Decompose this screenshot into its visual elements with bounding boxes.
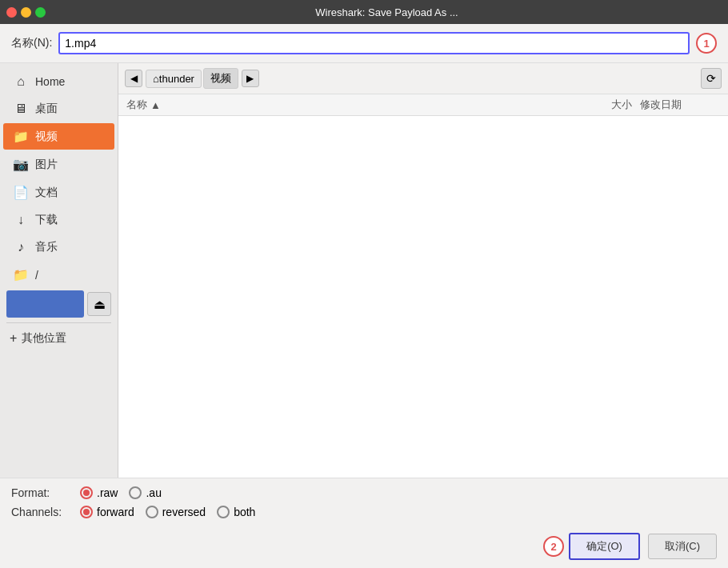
- sidebar-item-music[interactable]: ♪ 音乐: [3, 234, 114, 260]
- confirm-button[interactable]: 确定(O): [569, 533, 640, 560]
- usb-row: ⏏: [3, 290, 114, 318]
- sidebar-item-label: 桌面: [35, 102, 58, 116]
- breadcrumb-current[interactable]: 视频: [203, 68, 238, 89]
- filename-row: 名称(N): 1: [0, 24, 728, 63]
- format-raw-label: .raw: [97, 486, 118, 499]
- back-icon: ◀: [130, 73, 138, 84]
- sidebar-item-other[interactable]: + 其他位置: [0, 326, 118, 350]
- path-bar: ◀ ⌂thunder 视频 ▶ ⟳: [118, 63, 728, 94]
- eject-icon: ⏏: [94, 297, 106, 312]
- breadcrumb: ⌂thunder 视频: [146, 68, 238, 89]
- format-row: Format: .raw .au: [11, 486, 717, 499]
- back-button[interactable]: ◀: [125, 70, 142, 87]
- titlebar: Wireshark: Save Payload As ...: [0, 0, 728, 24]
- forward-button[interactable]: ▶: [242, 70, 259, 87]
- close-button[interactable]: [6, 7, 17, 18]
- forward-icon: ▶: [246, 73, 254, 84]
- format-au-radio[interactable]: [129, 486, 142, 499]
- root-icon: 📁: [13, 267, 29, 282]
- channel-forward-radio[interactable]: [80, 506, 93, 518]
- format-au-label: .au: [146, 486, 161, 499]
- sidebar-item-label: Home: [35, 75, 65, 88]
- sidebar-item-label: /: [35, 269, 38, 282]
- sidebar-divider: [6, 322, 111, 323]
- eject-button[interactable]: ⏏: [87, 292, 111, 316]
- sidebar-item-root[interactable]: 📁 /: [3, 262, 114, 288]
- music-icon: ♪: [13, 240, 29, 254]
- usb-device[interactable]: [6, 290, 84, 318]
- breadcrumb-home[interactable]: ⌂thunder: [146, 70, 202, 88]
- refresh-button[interactable]: ⟳: [701, 68, 722, 89]
- channels-row: Channels: forward reversed both: [11, 506, 717, 518]
- channel-both-radio[interactable]: [217, 506, 230, 518]
- file-browser: ◀ ⌂thunder 视频 ▶ ⟳ 名称: [118, 63, 728, 478]
- file-list: [118, 116, 728, 478]
- format-radio-group: .raw .au: [80, 486, 162, 499]
- bottom-bar: Format: .raw .au Channels: forward: [0, 478, 728, 526]
- channel-both[interactable]: both: [217, 506, 255, 518]
- home-crumb-icon: ⌂: [153, 73, 159, 85]
- file-list-header: 名称 ▲ 大小 修改日期: [118, 94, 728, 116]
- sidebar-item-documents[interactable]: 📄 文档: [3, 179, 114, 206]
- col-date-label: 修改日期: [640, 98, 682, 110]
- col-size-label: 大小: [611, 98, 632, 110]
- step-2-badge: 2: [543, 536, 564, 557]
- folder-icon: 📁: [13, 129, 29, 144]
- format-label: Format:: [11, 486, 67, 499]
- channel-reversed[interactable]: reversed: [146, 506, 206, 518]
- add-icon: +: [10, 331, 17, 346]
- channels-label: Channels:: [11, 506, 67, 518]
- camera-icon: 📷: [13, 157, 29, 172]
- sidebar-item-label: 下载: [35, 213, 58, 227]
- sidebar-item-desktop[interactable]: 🖥 桌面: [3, 96, 114, 122]
- format-raw[interactable]: .raw: [80, 486, 118, 499]
- confirm-wrapper: 2 确定(O): [543, 533, 640, 560]
- channel-reversed-label: reversed: [162, 506, 206, 518]
- sidebar-item-pictures[interactable]: 📷 图片: [3, 151, 114, 178]
- document-icon: 📄: [13, 185, 29, 200]
- format-raw-radio[interactable]: [80, 486, 93, 499]
- channel-reversed-radio[interactable]: [146, 506, 158, 518]
- content-area: ⌂ Home 🖥 桌面 📁 视频 📷 图片 📄 文档 ↓ 下载: [0, 63, 728, 478]
- action-row: 2 确定(O) 取消(C): [0, 526, 728, 568]
- desktop-icon: 🖥: [13, 102, 29, 116]
- sidebar-item-label: 图片: [35, 158, 58, 172]
- cancel-button[interactable]: 取消(C): [648, 534, 717, 559]
- channels-radio-group: forward reversed both: [80, 506, 255, 518]
- other-places-label: 其他位置: [22, 331, 66, 346]
- sidebar-item-label: 视频: [35, 130, 58, 144]
- sidebar-item-label: 文档: [35, 186, 58, 200]
- titlebar-buttons: [6, 7, 46, 18]
- sidebar-item-downloads[interactable]: ↓ 下载: [3, 207, 114, 233]
- channel-both-label: both: [234, 506, 255, 518]
- format-au[interactable]: .au: [129, 486, 161, 499]
- maximize-button[interactable]: [35, 7, 46, 18]
- minimize-button[interactable]: [21, 7, 31, 18]
- filename-label: 名称(N):: [11, 36, 52, 50]
- sort-icon: ▲: [150, 99, 161, 111]
- sidebar-item-home[interactable]: ⌂ Home: [3, 69, 114, 94]
- sidebar: ⌂ Home 🖥 桌面 📁 视频 📷 图片 📄 文档 ↓ 下载: [0, 63, 118, 478]
- sidebar-item-videos[interactable]: 📁 视频: [3, 123, 114, 150]
- filename-input[interactable]: [58, 32, 690, 54]
- channel-forward-label: forward: [97, 506, 134, 518]
- channel-forward[interactable]: forward: [80, 506, 134, 518]
- col-size-header[interactable]: 大小: [576, 98, 640, 112]
- col-date-header[interactable]: 修改日期: [640, 98, 720, 112]
- download-icon: ↓: [13, 213, 29, 227]
- col-name-header[interactable]: 名称 ▲: [126, 98, 576, 112]
- sidebar-item-label: 音乐: [35, 240, 58, 254]
- refresh-icon: ⟳: [706, 72, 716, 85]
- home-icon: ⌂: [13, 74, 29, 89]
- step-1-badge: 1: [696, 33, 717, 54]
- col-name-label: 名称: [126, 98, 147, 112]
- window-title: Wireshark: Save Payload As ...: [52, 6, 722, 18]
- dialog: 名称(N): 1 ⌂ Home 🖥 桌面 📁 视频 📷 图片 �: [0, 24, 728, 568]
